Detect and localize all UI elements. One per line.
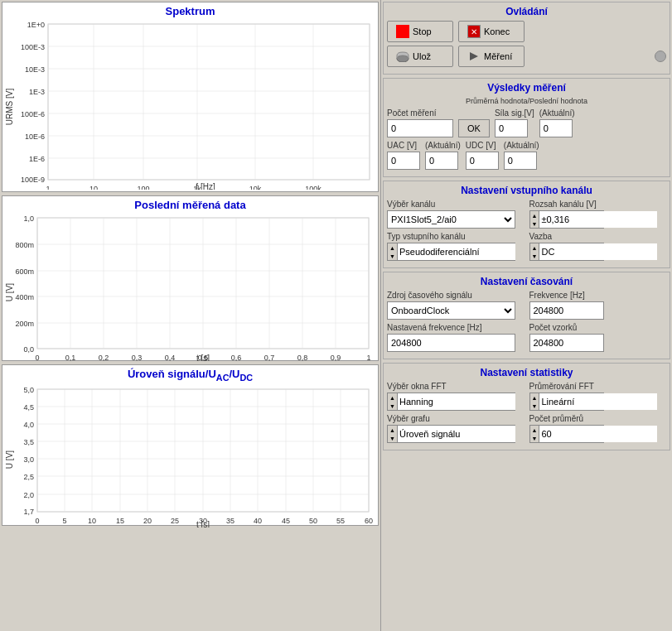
ok-button[interactable]: OK — [458, 119, 490, 137]
samples-input[interactable] — [529, 334, 604, 352]
uac-actual-input[interactable] — [425, 152, 458, 170]
svg-text:U [V]: U [V] — [5, 283, 14, 301]
svg-text:100E-3: 100E-3 — [21, 43, 45, 51]
svg-text:200m: 200m — [15, 320, 34, 328]
fft-window-spinner[interactable]: ▲ ▼ — [387, 393, 515, 411]
stats-row-1: Výběr okna FFT ▲ ▼ Průměrování FFT ▲ — [387, 382, 666, 411]
svg-rect-0 — [48, 24, 370, 180]
coupling-spinner[interactable]: ▲ ▼ — [529, 243, 604, 261]
svg-text:5: 5 — [62, 517, 66, 525]
save-button[interactable]: Ulož — [387, 46, 453, 67]
measure-button[interactable]: Měření — [458, 46, 525, 67]
end-button[interactable]: ✕ Konec — [458, 21, 525, 42]
time-svg: U [V] — [2, 214, 380, 361]
fft-avg-spinner[interactable]: ▲ ▼ — [529, 393, 604, 411]
range-spinner[interactable]: ▲ ▼ — [529, 210, 604, 229]
svg-text:✕: ✕ — [471, 27, 477, 36]
graph-select-input[interactable] — [398, 426, 515, 442]
statistics-title: Nastavení statistiky — [387, 367, 666, 378]
svg-text:1E+0: 1E+0 — [27, 21, 45, 29]
avg-count-up-arrow[interactable]: ▲ — [530, 426, 539, 434]
fft-avg-input[interactable] — [539, 393, 657, 410]
channel-title: Nastavení vstupního kanálu — [387, 185, 666, 196]
set-freq-input[interactable] — [387, 334, 515, 352]
uac-group: UAC [V] — [387, 141, 420, 170]
signal-actual-input[interactable] — [539, 119, 573, 137]
svg-text:1E-6: 1E-6 — [29, 155, 45, 163]
source-select[interactable]: OnboardClock — [388, 302, 515, 319]
graph-up-arrow[interactable]: ▲ — [388, 426, 397, 434]
channel-select[interactable]: PXI1Slot5_2/ai0 — [388, 211, 515, 228]
fft-window-input[interactable] — [398, 393, 515, 410]
svg-text:f [Hz]: f [Hz] — [196, 182, 215, 190]
graph-down-arrow[interactable]: ▼ — [388, 434, 397, 442]
range-up-arrow[interactable]: ▲ — [530, 211, 539, 219]
timing-row-2: Nastavená frekvence [Hz] Počet vzorků — [387, 323, 666, 352]
time-chart-section: Poslední měřená data U [V] — [2, 195, 379, 361]
results-row-1: Počet měření OK Síla sig.[V] (Aktuální) — [387, 108, 666, 137]
graph-select-spinner[interactable]: ▲ ▼ — [387, 425, 515, 443]
svg-text:15: 15 — [116, 517, 124, 525]
udc-input[interactable] — [466, 152, 499, 170]
svg-text:10: 10 — [89, 185, 98, 190]
type-input[interactable] — [398, 243, 515, 260]
freq-input[interactable] — [529, 301, 604, 320]
range-input[interactable] — [539, 211, 657, 228]
uac-actual-group: (Aktuální) — [425, 141, 461, 170]
fft-window-down-arrow[interactable]: ▼ — [388, 402, 397, 410]
svg-text:40: 40 — [254, 517, 262, 525]
avg-count-input[interactable] — [539, 426, 657, 442]
freq-group: Frekvence [Hz] — [529, 291, 667, 320]
fft-avg-down-arrow[interactable]: ▼ — [530, 402, 539, 410]
coupling-input[interactable] — [539, 243, 657, 260]
svg-text:10k: 10k — [249, 185, 262, 190]
svg-text:3,5: 3,5 — [23, 438, 34, 446]
svg-text:0,2: 0,2 — [99, 354, 109, 361]
svg-text:0,8: 0,8 — [297, 354, 308, 361]
stop-button[interactable]: Stop — [387, 21, 453, 42]
type-spinner[interactable]: ▲ ▼ — [387, 243, 515, 261]
fft-avg-group: Průměrování FFT ▲ ▼ — [529, 382, 667, 411]
svg-text:0,0: 0,0 — [23, 345, 34, 354]
signal-chart-section: Úroveň signálu/UAC/UDC U [V] — [2, 364, 379, 526]
svg-text:t [s]: t [s] — [196, 354, 210, 361]
statistics-section: Nastavení statistiky Výběr okna FFT ▲ ▼ … — [383, 363, 670, 450]
svg-text:0,9: 0,9 — [331, 354, 341, 361]
svg-text:600m: 600m — [15, 267, 34, 276]
svg-text:35: 35 — [226, 517, 234, 525]
type-up-arrow[interactable]: ▲ — [388, 243, 397, 252]
svg-text:0: 0 — [35, 354, 39, 361]
coupling-up-arrow[interactable]: ▲ — [530, 243, 539, 252]
count-group: Počet měření — [387, 108, 453, 137]
svg-text:5,0: 5,0 — [23, 386, 34, 394]
svg-text:45: 45 — [282, 517, 290, 525]
signal-input[interactable] — [495, 119, 528, 137]
channel-dropdown[interactable]: PXI1Slot5_2/ai0 — [387, 210, 515, 229]
avg-count-spinner[interactable]: ▲ ▼ — [529, 425, 604, 443]
measure-icon — [467, 50, 481, 63]
time-title: Poslední měřená data — [2, 196, 378, 214]
fft-avg-up-arrow[interactable]: ▲ — [530, 393, 539, 402]
udc-group: UDC [V] — [466, 141, 499, 170]
range-down-arrow[interactable]: ▼ — [530, 219, 539, 228]
uac-input[interactable] — [387, 152, 420, 170]
count-input[interactable] — [387, 119, 453, 137]
fft-window-up-arrow[interactable]: ▲ — [388, 393, 397, 402]
udc-actual-group: (Aktuální) — [504, 141, 539, 170]
svg-text:1: 1 — [366, 354, 370, 361]
svg-text:50: 50 — [309, 517, 317, 525]
svg-text:0,1: 0,1 — [65, 354, 76, 361]
source-dropdown[interactable]: OnboardClock — [387, 301, 515, 320]
control-section: Ovládání Stop ✕ Konec — [383, 2, 670, 75]
svg-text:55: 55 — [336, 517, 345, 525]
type-down-arrow[interactable]: ▼ — [388, 252, 397, 260]
svg-text:100: 100 — [137, 185, 149, 190]
spectrum-title: Spektrum — [2, 2, 378, 20]
svg-text:4,5: 4,5 — [23, 403, 34, 412]
svg-text:100E-6: 100E-6 — [21, 110, 45, 118]
coupling-down-arrow[interactable]: ▼ — [530, 252, 539, 260]
svg-text:10E-3: 10E-3 — [25, 65, 45, 74]
udc-actual-input[interactable] — [504, 152, 537, 170]
svg-text:0,6: 0,6 — [231, 354, 242, 361]
avg-count-down-arrow[interactable]: ▼ — [530, 434, 539, 442]
